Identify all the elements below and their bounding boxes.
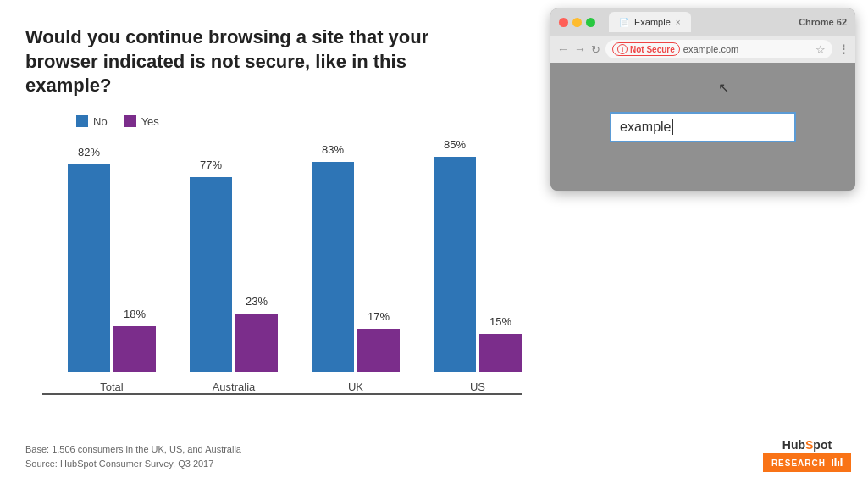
forward-button[interactable]: → [574,43,586,55]
chart-inner: 82% 18% Total 77% 23% [42,141,522,395]
legend-no-label: No [93,115,108,128]
bar-uk-no-label: 83% [322,143,344,156]
tab-close-button[interactable]: × [676,18,681,27]
bookmark-icon[interactable]: ☆ [815,43,826,56]
chrome-version-label: Chrome 62 [799,17,847,27]
hubspot-logo: HubSpot RESEARCH [763,438,851,472]
address-bar[interactable]: i Not Secure example.com ☆ [605,40,832,58]
svg-rect-3 [841,458,843,466]
group-label-total: Total [100,381,123,393]
legend-no: No [76,115,108,128]
info-icon: i [617,44,628,54]
bar-pair-total: 82% 18% [68,164,156,372]
browser-toolbar: ← → ↻ i Not Secure example.com ☆ ⋮ [550,36,855,63]
reload-button[interactable]: ↻ [591,44,600,55]
bar-uk-yes-label: 17% [368,310,390,323]
browser-search-input[interactable]: example [610,112,796,142]
menu-icon[interactable]: ⋮ [838,42,849,56]
browser-titlebar: 📄 Example × Chrome 62 [550,8,855,36]
bar-us-no-label: 85% [444,138,466,151]
bar-us-yes: 15% [479,334,522,372]
bar-total-yes: 18% [113,326,156,372]
address-text: example.com [683,44,738,54]
source-note: Source: HubSpot Consumer Survey, Q3 2017 [25,457,241,472]
bar-total-no: 82% [68,164,110,372]
svg-rect-0 [832,459,833,466]
bar-uk-no: 83% [312,162,354,372]
maximize-button[interactable] [586,18,595,27]
bar-australia-no-label: 77% [200,158,222,171]
svg-rect-1 [835,458,837,466]
chart-legend: No Yes [76,115,517,128]
tab-icon: 📄 [619,18,629,27]
not-secure-text: Not Secure [630,45,675,54]
legend-yes-color [124,115,136,127]
bar-us-no: 85% [434,157,476,372]
bar-group-us: 85% 15% US [434,157,522,393]
bar-pair-us: 85% 15% [434,157,522,372]
legend-yes-label: Yes [141,115,159,128]
bar-pair-uk: 83% 17% [312,162,400,372]
bar-australia-yes: 23% [235,314,278,372]
minimize-button[interactable] [572,18,582,27]
bar-chart: 82% 18% Total 77% 23% [42,141,517,395]
bar-australia-yes-label: 23% [246,295,268,308]
group-label-us: US [470,381,485,393]
bar-pair-australia: 77% 23% [190,177,278,372]
tab-title: Example [634,17,671,27]
search-input-text: example [620,119,671,135]
group-label-uk: UK [348,381,363,393]
tab-area: 📄 Example × [609,12,792,32]
bar-total-no-label: 82% [78,146,100,158]
bar-australia-no: 77% [190,177,232,372]
question-title: Would you continue browsing a site that … [25,25,449,98]
bar-group-uk: 83% 17% UK [312,162,400,393]
not-secure-badge: i Not Secure [612,42,680,56]
cursor-icon: ↖ [718,80,729,96]
research-label: RESEARCH [771,458,826,468]
back-button[interactable]: ← [557,43,569,55]
main-content: Would you continue browsing a site that … [0,0,542,489]
legend-no-color [76,115,88,127]
bar-uk-yes: 17% [357,329,400,372]
bar-group-australia: 77% 23% Australia [190,177,278,393]
window-controls [559,18,595,27]
browser-tab[interactable]: 📄 Example × [609,12,691,32]
research-badge: RESEARCH [763,453,851,472]
bar-us-yes-label: 15% [489,315,511,328]
browser-mockup: 📄 Example × Chrome 62 ← → ↻ i Not Secure… [550,8,855,191]
legend-yes: Yes [124,115,159,128]
svg-rect-2 [838,461,839,466]
bar-group-total: 82% 18% Total [68,164,156,393]
bar-total-yes-label: 18% [124,308,146,320]
group-label-australia: Australia [213,381,256,393]
text-cursor [672,119,673,135]
research-icon [831,457,843,469]
close-button[interactable] [559,18,568,27]
chart-notes: Base: 1,506 consumers in the UK, US, and… [25,442,241,472]
browser-content: ↖ example [550,63,855,191]
base-note: Base: 1,506 consumers in the UK, US, and… [25,442,241,458]
hubspot-name: HubSpot [782,438,832,452]
